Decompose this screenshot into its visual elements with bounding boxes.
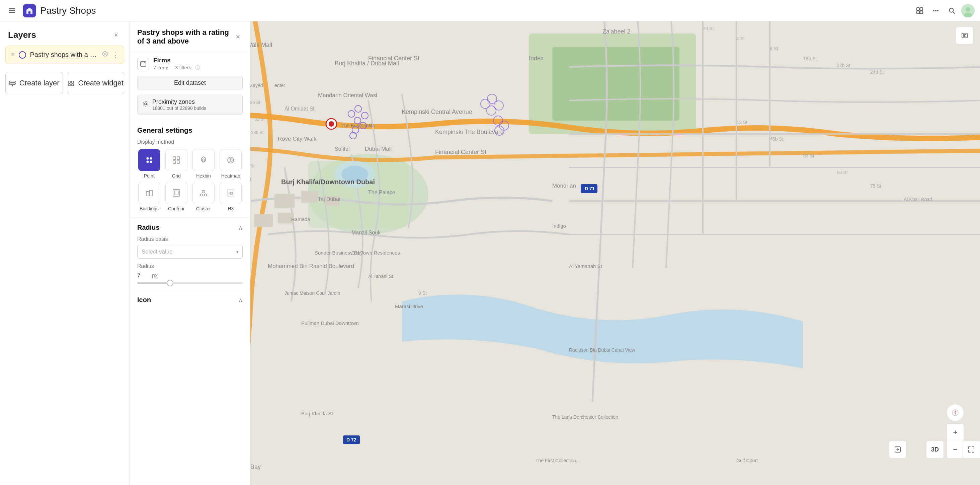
select-wrapper: Select value — [137, 245, 243, 258]
svg-rect-114 — [9, 10, 15, 11]
grid-icon — [165, 149, 188, 171]
display-method-hexbin[interactable]: Hexbin — [192, 149, 216, 179]
svg-rect-113 — [9, 8, 15, 10]
compass-button[interactable] — [947, 404, 964, 421]
radius-basis-select[interactable]: Select value — [137, 245, 243, 258]
dataset-icon — [137, 58, 149, 70]
h3-label: H3 — [228, 206, 234, 211]
svg-text:24d St: 24d St — [870, 69, 884, 75]
svg-rect-144 — [177, 157, 180, 160]
create-widget-button[interactable]: Create widget — [67, 72, 124, 94]
dataset-info: Firms 7 items 3 filters ⓘ — [153, 57, 243, 71]
zoom-in-button[interactable]: + — [947, 423, 964, 441]
dataset-meta: 7 items 3 filters ⓘ — [153, 65, 243, 71]
search-button[interactable] — [945, 4, 959, 18]
layers-title: Layers — [8, 30, 36, 40]
zoom-controls: + − — [947, 423, 964, 458]
svg-rect-143 — [173, 157, 176, 160]
layers-close-button[interactable]: × — [111, 29, 121, 40]
display-method-h3[interactable]: H3 H3 — [219, 182, 243, 211]
zoom-out-button[interactable]: − — [947, 441, 964, 458]
point-label: Point — [144, 173, 154, 179]
svg-rect-6 — [301, 191, 318, 203]
svg-rect-152 — [146, 191, 149, 196]
map-legend-button[interactable] — [956, 27, 973, 44]
heatmap-label: Heatmap — [221, 173, 240, 179]
user-avatar[interactable] — [961, 4, 975, 18]
svg-text:Al Khail Road: Al Khail Road — [904, 196, 932, 202]
hexbin-label: Hexbin — [196, 173, 211, 179]
display-method-grid[interactable]: Grid — [164, 149, 188, 179]
svg-point-13 — [329, 121, 334, 127]
svg-text:55 St: 55 St — [837, 170, 848, 175]
svg-point-158 — [200, 194, 203, 196]
icon-collapse-button[interactable]: ∧ — [238, 297, 243, 304]
layer-more-icon[interactable]: ⋮ — [113, 51, 118, 59]
detail-panel-title: Pastry shops with a rating of 3 and abov… — [137, 28, 231, 46]
svg-rect-146 — [177, 161, 180, 163]
svg-point-138 — [143, 102, 148, 106]
svg-rect-134 — [68, 84, 70, 86]
display-method-buildings[interactable]: Buildings — [137, 182, 161, 211]
radius-section-header: Radius ∧ — [137, 224, 243, 231]
svg-text:18b St: 18b St — [803, 56, 817, 61]
app-logo — [23, 4, 36, 18]
svg-rect-4 — [552, 47, 679, 121]
cluster-label: Cluster — [196, 206, 211, 211]
svg-text:9 St: 9 St — [418, 290, 427, 296]
icon-section-title: Icon — [137, 296, 151, 304]
svg-text:22b St: 22b St — [837, 63, 851, 68]
svg-text:Za'abeel 2: Za'abeel 2 — [603, 28, 631, 35]
svg-rect-136 — [141, 62, 146, 66]
display-method-label: Display method — [137, 139, 243, 145]
svg-text:53 St: 53 St — [803, 153, 815, 158]
svg-rect-5 — [274, 194, 294, 207]
svg-point-120 — [933, 10, 934, 11]
create-widget-label: Create widget — [78, 79, 124, 88]
display-method-contour[interactable]: Contour — [164, 182, 188, 211]
layout-button[interactable] — [913, 4, 926, 18]
svg-text:4 St: 4 St — [737, 36, 745, 41]
detail-close-button[interactable]: × — [233, 32, 243, 41]
svg-rect-8 — [255, 214, 273, 227]
radius-slider-thumb[interactable] — [167, 280, 173, 286]
svg-point-127 — [104, 53, 106, 55]
svg-text:37 St: 37 St — [249, 147, 260, 152]
radius-number-value: 7 — [137, 272, 149, 279]
svg-text:Taj Dubai: Taj Dubai — [318, 196, 340, 202]
svg-rect-129 — [10, 83, 15, 85]
svg-rect-117 — [920, 8, 923, 10]
svg-marker-148 — [202, 159, 205, 161]
edit-dataset-button[interactable]: Edit dataset — [137, 76, 243, 90]
radius-section: Radius ∧ Radius basis Select value Radiu… — [130, 217, 250, 290]
layer-visibility-icon[interactable] — [102, 51, 108, 59]
svg-text:23 St: 23 St — [703, 26, 714, 31]
display-method-heatmap[interactable]: Heatmap — [219, 149, 243, 179]
svg-text:33b St: 33b St — [251, 130, 264, 135]
map-share-button[interactable] — [889, 441, 906, 458]
radius-collapse-button[interactable]: ∧ — [238, 224, 243, 231]
svg-rect-155 — [173, 190, 180, 196]
svg-text:Al Tahani St: Al Tahani St — [368, 274, 393, 279]
layer-item[interactable]: ≡ Pastry shops with a rating of 3 and ab… — [5, 46, 124, 64]
svg-text:Indigo: Indigo — [552, 223, 566, 229]
point-icon — [138, 149, 160, 171]
svg-rect-116 — [917, 8, 920, 10]
svg-marker-164 — [955, 410, 956, 413]
grid-label: Grid — [172, 173, 181, 179]
svg-text:Marasi Drive: Marasi Drive — [395, 303, 423, 309]
svg-text:enter: enter — [274, 83, 285, 88]
svg-text:Al Yamanah St: Al Yamanah St — [569, 263, 603, 269]
svg-text:8 St: 8 St — [770, 46, 778, 51]
create-layer-button[interactable]: Create layer — [5, 72, 63, 94]
menu-button[interactable] — [5, 4, 19, 18]
fullscreen-button[interactable] — [963, 441, 980, 458]
svg-rect-133 — [72, 81, 74, 83]
topbar: Pastry Shops — [0, 0, 980, 21]
more-options-button[interactable] — [929, 4, 942, 18]
svg-rect-119 — [920, 11, 923, 14]
display-method-point[interactable]: Point — [137, 149, 161, 179]
map-3d-button[interactable]: 3D — [926, 441, 944, 458]
proximity-zones-row[interactable]: Proximity zones 18801 out of 22890 build… — [137, 95, 243, 115]
display-method-cluster[interactable]: Cluster — [192, 182, 216, 211]
